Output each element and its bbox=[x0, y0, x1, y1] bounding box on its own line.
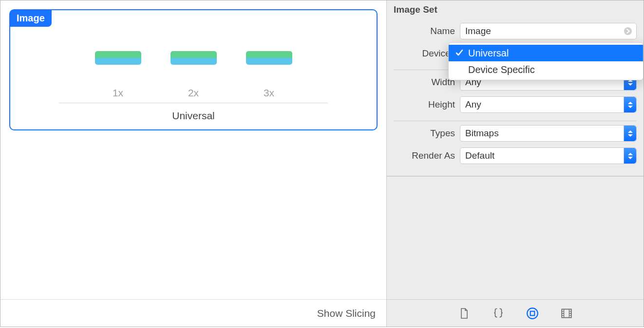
row-name: Name bbox=[387, 20, 644, 42]
render-as-select-value: Default bbox=[465, 150, 494, 161]
image-wells bbox=[10, 27, 377, 65]
device-group-label: Universal bbox=[10, 103, 377, 122]
types-select[interactable]: Bitmaps bbox=[460, 125, 637, 142]
devices-menu: Universal Device Specific bbox=[448, 42, 644, 80]
inspector-tabs bbox=[387, 299, 644, 327]
section-title: Image Set bbox=[387, 0, 644, 20]
menu-item-label: Universal bbox=[468, 48, 509, 59]
canvas-footer: Show Slicing bbox=[0, 299, 386, 327]
row-devices: Devices Universal Universal bbox=[387, 42, 644, 65]
image-well-3x[interactable] bbox=[246, 51, 292, 65]
scale-labels: 1x 2x 3x bbox=[10, 65, 377, 99]
image-well-2x[interactable] bbox=[170, 51, 217, 65]
label-height: Height bbox=[394, 99, 460, 110]
inspector-panel: Image Set Name Devices bbox=[387, 0, 644, 327]
row-height: Height Any bbox=[387, 93, 644, 116]
menu-item-universal[interactable]: Universal bbox=[449, 45, 643, 61]
row-types: Types Bitmaps bbox=[387, 122, 644, 145]
row-render-as: Render As Default bbox=[387, 145, 644, 167]
image-well-1x[interactable] bbox=[95, 51, 141, 65]
menu-item-label: Device Specific bbox=[468, 64, 535, 75]
asset-card[interactable]: Image 1x 2x 3x Universal bbox=[9, 9, 378, 130]
scale-label-2x: 2x bbox=[170, 87, 217, 99]
show-slicing-button[interactable]: Show Slicing bbox=[317, 308, 376, 319]
label-render-as: Render As bbox=[394, 150, 460, 161]
canvas-panel: Image 1x 2x 3x Universal Show Slicing bbox=[0, 0, 387, 327]
empty-panel bbox=[387, 176, 644, 299]
inspector-form: Name Devices Universal bbox=[387, 20, 644, 176]
label-types: Types bbox=[394, 128, 460, 139]
asset-catalog-editor: Image 1x 2x 3x Universal Show Slicing bbox=[0, 0, 644, 327]
menu-item-device-specific[interactable]: Device Specific bbox=[449, 61, 643, 78]
svg-rect-2 bbox=[530, 311, 534, 315]
height-select-value: Any bbox=[465, 99, 481, 110]
asset-title: Image bbox=[10, 10, 52, 27]
goto-arrow-icon[interactable] bbox=[623, 26, 633, 36]
render-as-select[interactable]: Default bbox=[460, 147, 637, 164]
asset-canvas[interactable]: Image 1x 2x 3x Universal bbox=[0, 0, 386, 299]
svg-point-1 bbox=[527, 308, 538, 319]
checkmark-icon bbox=[455, 48, 464, 60]
label-name: Name bbox=[394, 26, 460, 36]
stepper-icon bbox=[624, 126, 636, 141]
height-select[interactable]: Any bbox=[460, 96, 637, 113]
divider bbox=[394, 121, 637, 121]
attributes-icon[interactable] bbox=[526, 307, 539, 320]
scale-label-3x: 3x bbox=[246, 87, 292, 99]
scale-label-1x: 1x bbox=[95, 87, 141, 99]
file-icon[interactable] bbox=[458, 307, 471, 320]
types-select-value: Bitmaps bbox=[465, 128, 499, 139]
stepper-icon bbox=[624, 97, 636, 112]
attributes-inspector: Image Set Name Devices bbox=[387, 0, 644, 299]
svg-point-0 bbox=[624, 27, 632, 35]
name-field[interactable] bbox=[460, 23, 637, 39]
stepper-icon bbox=[624, 148, 636, 164]
filmstrip-icon[interactable] bbox=[560, 307, 573, 320]
braces-icon[interactable] bbox=[492, 307, 505, 320]
